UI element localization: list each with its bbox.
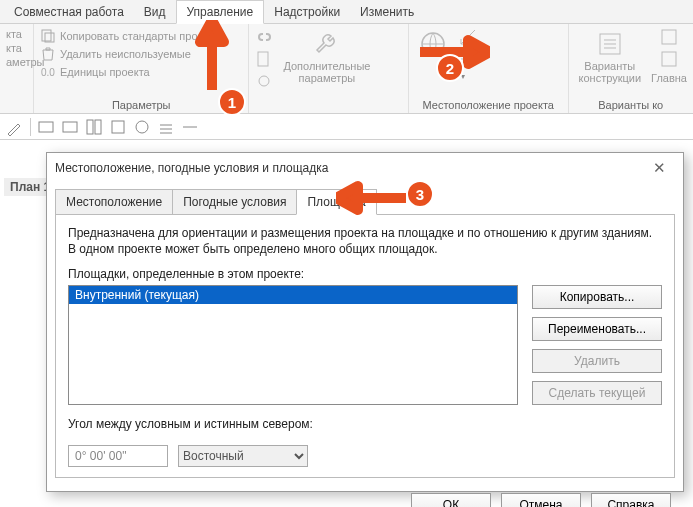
tab-weather[interactable]: Погодные условия (172, 189, 297, 215)
location-icon-stack: ▾ ▾ (459, 28, 477, 68)
qt-icon-5[interactable] (133, 118, 151, 136)
svg-point-6 (465, 56, 471, 62)
svg-point-4 (259, 76, 269, 86)
tab-location[interactable]: Местоположение (55, 189, 173, 215)
ribbon-item-label: Удалить неиспользуемые (60, 48, 191, 60)
doc-icon[interactable] (255, 50, 273, 68)
ribbon-item-copy-standards[interactable]: Копировать стандарты проекта (40, 28, 242, 44)
qt-modify-icon[interactable] (6, 118, 24, 136)
ribbon-group-trunc-left: кта кта аметры (0, 24, 34, 113)
list-options-icon (596, 30, 624, 58)
variant-add-icon[interactable] (660, 28, 678, 46)
copy-icon (40, 28, 56, 44)
variants-icon-stack: Главна (651, 28, 687, 86)
copy-button[interactable]: Копировать... (532, 285, 662, 309)
ribbon-group-label-parameters: Параметры (40, 97, 242, 111)
units-icon: 0.0 (40, 64, 56, 80)
angle-input[interactable] (68, 445, 168, 467)
design-options-button[interactable]: Варианты конструкции (575, 28, 646, 86)
svg-rect-10 (39, 122, 53, 132)
location-globe-button[interactable] (415, 28, 451, 68)
variant-pick-icon[interactable] (660, 50, 678, 68)
ribbon-tab-collab[interactable]: Совместная работа (4, 1, 134, 23)
svg-rect-11 (63, 122, 77, 132)
svg-text:0.0: 0.0 (41, 67, 55, 78)
ribbon-tabs: Совместная работа Вид Управление Надстро… (0, 0, 693, 24)
additional-params-label: Дополнительные параметры (283, 60, 370, 84)
additional-params-button[interactable]: Дополнительные параметры (279, 28, 374, 86)
svg-point-15 (136, 121, 148, 133)
qt-icon-4[interactable] (109, 118, 127, 136)
ribbon-item-trunc-3[interactable]: аметры (6, 56, 27, 68)
ribbon-group-location: ▾ ▾ Местоположение проекта (409, 24, 569, 113)
close-icon[interactable]: ✕ (643, 159, 675, 177)
location-dialog: Местоположение, погодные условия и площа… (46, 152, 684, 492)
ribbon-item-trunc-1[interactable]: кта (6, 28, 27, 40)
ribbon-tab-addins[interactable]: Надстройки (264, 1, 350, 23)
qt-icon-1[interactable] (37, 118, 55, 136)
svg-rect-9 (662, 52, 676, 66)
cancel-button[interactable]: Отмена (501, 493, 581, 507)
ribbon-group-parameters: Копировать стандарты проекта Удалить неи… (34, 24, 249, 113)
dialog-tabs: Местоположение Погодные условия Площадка (55, 189, 675, 215)
position-icon[interactable]: ▾ (459, 50, 477, 68)
help-button[interactable]: Справка (591, 493, 671, 507)
globe-icon (419, 30, 447, 58)
ribbon-tab-manage[interactable]: Управление (176, 0, 265, 24)
extra-icon-stack (255, 28, 273, 90)
quick-toolbar (0, 114, 693, 140)
chain-icon[interactable] (255, 28, 273, 46)
sites-listbox[interactable]: Внутренний (текущая) (68, 285, 518, 405)
delete-button: Удалить (532, 349, 662, 373)
dialog-titlebar: Местоположение, погодные условия и площа… (47, 153, 683, 183)
rename-button[interactable]: Переименовать... (532, 317, 662, 341)
qt-icon-6[interactable] (157, 118, 175, 136)
svg-rect-14 (112, 121, 124, 133)
dialog-buttons: ОК Отмена Справка (47, 487, 683, 507)
make-current-button: Сделать текущей (532, 381, 662, 405)
ribbon-tab-view[interactable]: Вид (134, 1, 176, 23)
qt-icon-3[interactable] (85, 118, 103, 136)
ok-button[interactable]: ОК (411, 493, 491, 507)
dialog-title: Местоположение, погодные условия и площа… (55, 161, 328, 175)
ribbon-group-extra: Дополнительные параметры (249, 24, 409, 113)
site-description: Предназначена для ориентации и размещени… (68, 225, 662, 257)
tab-site[interactable]: Площадка (296, 189, 376, 215)
ribbon-item-label: Единицы проекта (60, 66, 150, 78)
svg-rect-0 (42, 30, 51, 41)
trash-icon (40, 46, 56, 62)
ribbon-item-label: Копировать стандарты проекта (60, 30, 220, 42)
ribbon-item-project-units[interactable]: 0.0 Единицы проекта (40, 64, 242, 80)
sites-list-label: Площадки, определенные в этом проекте: (68, 267, 662, 281)
ribbon-group-label-variants: Варианты ко (575, 97, 687, 111)
ribbon-group-variants: Варианты конструкции Главна Варианты ко (569, 24, 693, 113)
qt-icon-7[interactable] (181, 118, 199, 136)
svg-rect-8 (662, 30, 676, 44)
variant-main-label[interactable]: Главна (651, 72, 687, 84)
ribbon-group-label-extra (255, 109, 402, 111)
design-options-label: Варианты конструкции (579, 60, 642, 84)
ribbon-body: кта кта аметры Копировать стандарты прое… (0, 24, 693, 114)
angle-label: Угол между условным и истинным севером: (68, 417, 662, 431)
svg-rect-12 (87, 120, 93, 134)
ribbon-item-trunc-2[interactable]: кта (6, 42, 27, 54)
coords-icon[interactable]: ▾ (459, 28, 477, 46)
site-item[interactable]: Внутренний (текущая) (69, 286, 517, 304)
plug-icon[interactable] (255, 72, 273, 90)
qt-icon-2[interactable] (61, 118, 79, 136)
ribbon-tab-modify[interactable]: Изменить (350, 1, 424, 23)
ribbon-item-delete-unused[interactable]: Удалить неиспользуемые (40, 46, 242, 62)
angle-direction-select[interactable]: Восточный (178, 445, 308, 467)
ribbon-group-label-location: Местоположение проекта (415, 97, 562, 111)
svg-rect-13 (95, 120, 101, 134)
site-buttons: Копировать... Переименовать... Удалить С… (532, 285, 662, 405)
wrench-icon (313, 30, 341, 58)
svg-rect-3 (258, 52, 268, 66)
ribbon-group-label-empty (6, 109, 27, 111)
site-tab-panel: Предназначена для ориентации и размещени… (55, 214, 675, 478)
